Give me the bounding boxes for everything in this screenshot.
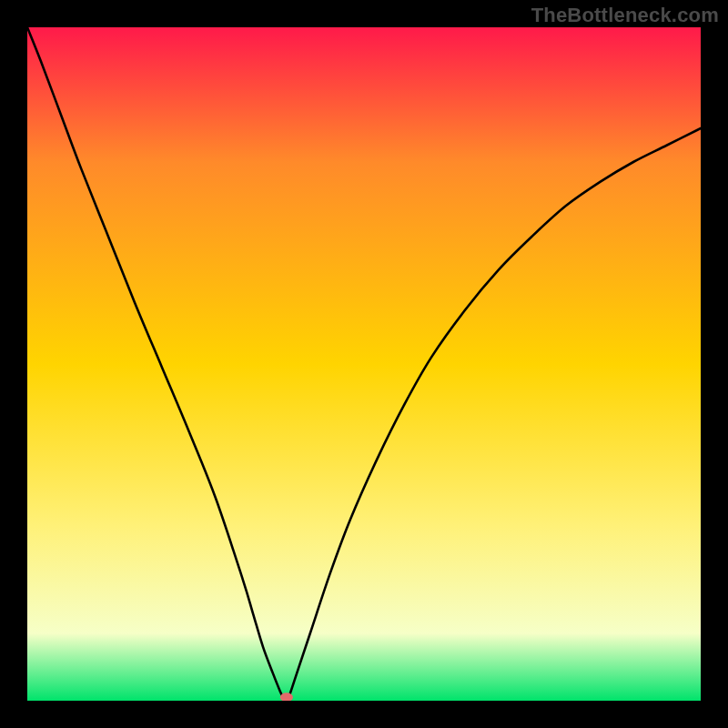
bottleneck-curve (27, 27, 701, 701)
chart-frame: TheBottleneck.com (0, 0, 728, 728)
attribution-label: TheBottleneck.com (531, 4, 719, 27)
plot-area (27, 27, 701, 701)
curve-layer (27, 27, 701, 701)
